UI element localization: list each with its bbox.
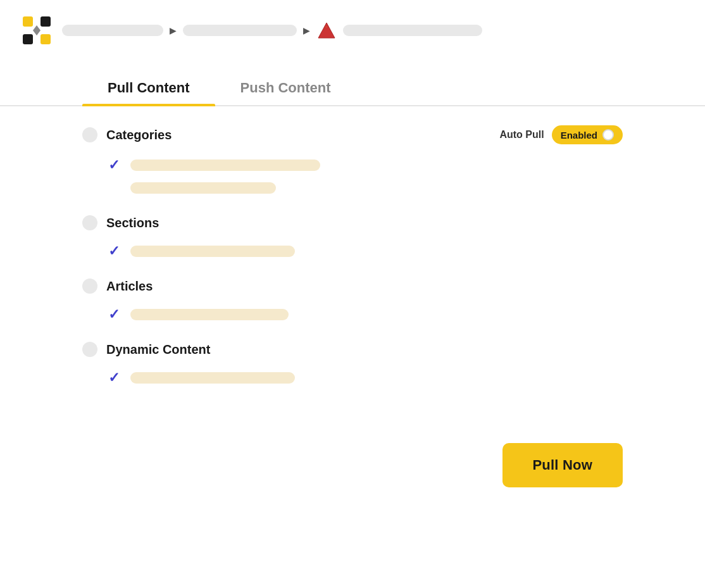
- sections-dot: [82, 215, 97, 230]
- categories-row-2: ✓: [106, 180, 623, 196]
- auto-pull-group: Auto Pull Enabled: [499, 125, 623, 144]
- categories-label-group: Categories: [82, 127, 172, 142]
- section-header-dynamic: Dynamic Content: [82, 342, 623, 357]
- breadcrumb-bar: ▶ ▶: [62, 20, 686, 41]
- articles-dot: [82, 278, 97, 294]
- breadcrumb-item-3: [343, 25, 482, 36]
- tab-pull-content[interactable]: Pull Content: [82, 73, 215, 105]
- tab-push-content[interactable]: Push Content: [215, 73, 356, 105]
- section-block-articles: Articles ✓: [82, 278, 623, 323]
- articles-row-1: ✓: [106, 306, 623, 323]
- auto-pull-toggle[interactable]: Enabled: [552, 125, 623, 144]
- svg-marker-7: [318, 23, 335, 38]
- articles-title: Articles: [106, 279, 153, 294]
- pull-now-button[interactable]: Pull Now: [502, 443, 623, 487]
- breadcrumb-item-2[interactable]: [183, 25, 297, 36]
- header: ▶ ▶: [0, 0, 705, 61]
- section-block-sections: Sections ✓: [82, 215, 623, 260]
- main-content: Categories Auto Pull Enabled ✓ ✓: [0, 106, 705, 424]
- svg-rect-1: [23, 16, 33, 27]
- dynamic-checklist: ✓: [106, 370, 623, 386]
- section-header-articles: Articles: [82, 278, 623, 294]
- toggle-circle: [602, 129, 614, 141]
- section-header-sections: Sections: [82, 215, 623, 230]
- checkmark-icon-4: ✓: [106, 306, 122, 323]
- dynamic-bar-1: [130, 372, 295, 384]
- sections-bar-1: [130, 246, 295, 257]
- checkmark-icon-3: ✓: [106, 243, 122, 260]
- dynamic-label-group: Dynamic Content: [82, 342, 210, 357]
- articles-bar-1: [130, 309, 289, 320]
- categories-row-1: ✓: [106, 157, 623, 173]
- auto-pull-label: Auto Pull: [499, 129, 544, 141]
- enabled-badge-label: Enabled: [561, 130, 597, 141]
- section-header-categories: Categories Auto Pull Enabled: [82, 125, 623, 144]
- tabs-container: Pull Content Push Content: [0, 73, 705, 106]
- sections-checklist: ✓: [106, 243, 623, 260]
- dynamic-dot: [82, 342, 97, 357]
- sections-label-group: Sections: [82, 215, 159, 230]
- categories-bar-1: [130, 160, 320, 171]
- breadcrumb-triangle-icon: [316, 20, 337, 41]
- categories-bar-2: [130, 182, 276, 194]
- articles-label-group: Articles: [82, 278, 153, 294]
- dynamic-row-1: ✓: [106, 370, 623, 386]
- svg-rect-4: [41, 34, 51, 44]
- pull-now-container: Pull Now: [0, 430, 705, 500]
- checkmark-icon-1: ✓: [106, 157, 122, 173]
- categories-dot: [82, 127, 97, 142]
- sections-row-1: ✓: [106, 243, 623, 260]
- breadcrumb-item-1[interactable]: [62, 25, 163, 36]
- checkmark-icon-5: ✓: [106, 370, 122, 386]
- articles-checklist: ✓: [106, 306, 623, 323]
- section-block-categories: Categories Auto Pull Enabled ✓ ✓: [82, 125, 623, 196]
- section-block-dynamic-content: Dynamic Content ✓: [82, 342, 623, 386]
- categories-checklist: ✓ ✓: [106, 157, 623, 196]
- categories-title: Categories: [106, 128, 172, 142]
- app-logo: [19, 13, 54, 48]
- svg-rect-3: [23, 34, 33, 44]
- dynamic-title: Dynamic Content: [106, 342, 210, 357]
- sections-title: Sections: [106, 216, 159, 230]
- breadcrumb-arrow-2: ▶: [303, 25, 310, 35]
- svg-rect-2: [41, 16, 51, 27]
- breadcrumb-arrow-1: ▶: [170, 25, 177, 35]
